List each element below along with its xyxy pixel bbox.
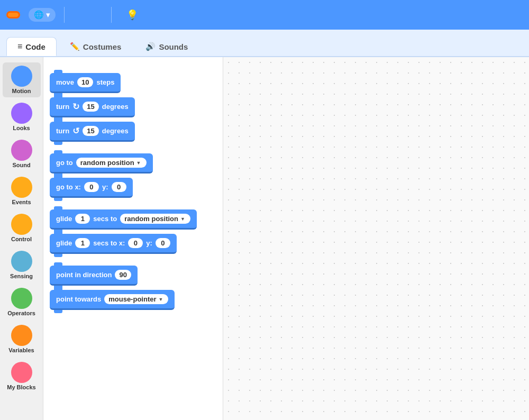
block-text: go to [56,159,73,167]
block-row-point-towards: point towardsmouse-pointer [50,290,216,310]
block-text: go to x: [56,183,81,191]
sidebar: MotionLooksSoundEventsControlSensingOper… [0,57,43,420]
sound-label: Sound [12,162,30,168]
block-point-towards[interactable]: point towardsmouse-pointer [50,290,175,310]
block-dropdown[interactable]: random position [120,214,190,224]
blocks-panel: move10stepsturn↻15degreesturn↺15degreesg… [43,57,223,420]
code-tab-icon: ≡ [17,42,22,51]
block-text: turn [56,103,69,111]
costumes-tab-label: Costumes [83,42,122,51]
block-dropdown[interactable]: mouse-pointer [104,294,168,304]
events-label: Events [12,199,31,205]
edit-menu-button[interactable] [92,12,103,18]
sounds-tab-icon: 🔊 [145,42,156,51]
block-text: glide [56,239,72,247]
tutorials-button[interactable]: 💡 [120,6,148,24]
block-row-turn-left: turn↺15degrees [50,122,216,142]
spacer-3 [50,146,216,153]
globe-icon: 🌐 [34,10,44,20]
code-tab-label: Code [25,42,45,51]
block-row-point-direction: point in direction90 [50,266,216,286]
lightbulb-icon: 💡 [126,9,138,21]
block-text: secs to x: [93,239,125,247]
myblocks-circle [11,362,32,383]
sensing-label: Sensing [10,273,33,279]
sidebar-item-variables[interactable]: Variables [3,322,41,357]
turn-icon: ↺ [72,126,79,136]
myblocks-label: My Blocks [7,384,35,390]
looks-circle [11,103,32,124]
tab-sounds[interactable]: 🔊 Sounds [134,37,199,56]
operators-label: Operators [7,310,35,316]
sidebar-item-events[interactable]: Events [3,174,41,208]
nav-divider-2 [111,7,112,23]
canvas-area[interactable] [223,57,529,420]
block-text: y: [146,239,152,247]
sidebar-item-sound[interactable]: Sound [3,136,41,171]
block-text: turn [56,127,69,135]
block-text: glide [56,215,72,223]
block-input-value[interactable]: 0 [156,238,170,248]
variables-label: Variables [8,347,34,353]
block-row-turn-right: turn↻15degrees [50,97,216,117]
sidebar-item-sensing[interactable]: Sensing [3,248,41,282]
block-move-steps[interactable]: move10steps [50,73,121,93]
motion-circle [11,66,32,87]
spacer-7 [50,258,216,266]
sidebar-item-looks[interactable]: Looks [3,99,41,134]
tab-code[interactable]: ≡ Code [6,37,57,56]
looks-label: Looks [13,125,30,131]
block-turn-left[interactable]: turn↺15degrees [50,122,135,142]
block-input-value[interactable]: 10 [77,77,93,87]
spacer-5 [50,202,216,209]
file-menu-button[interactable] [73,12,84,18]
operators-circle [11,288,32,309]
block-row-goto-random: go torandom position [50,153,216,174]
block-input-value[interactable]: 1 [75,214,90,224]
block-text: point towards [56,295,101,303]
block-glide-xy[interactable]: glide1secs to x:0y:0 [50,234,177,254]
block-row-glide-random: glide1secs torandom position [50,209,216,230]
tab-costumes[interactable]: ✏️ Costumes [59,37,133,56]
sounds-tab-label: Sounds [159,42,188,51]
block-text: point in direction [56,271,112,279]
sidebar-item-control[interactable]: Control [3,211,41,245]
sound-circle [11,140,32,161]
events-circle [11,177,32,198]
block-row-goto-xy: go to x:0y:0 [50,178,216,198]
turn-icon: ↻ [72,102,79,112]
block-text: secs to [93,215,117,223]
sensing-circle [11,251,32,272]
block-input-value[interactable]: 1 [75,238,90,248]
block-input-value[interactable]: 0 [112,182,126,192]
block-text: steps [96,78,114,86]
block-point-direction[interactable]: point in direction90 [50,266,138,286]
block-input-value[interactable]: 15 [83,102,98,112]
block-text: move [56,78,74,86]
block-turn-right[interactable]: turn↻15degrees [50,97,135,117]
block-row-move-steps: move10steps [50,73,216,93]
block-glide-random[interactable]: glide1secs torandom position [50,209,197,230]
main-area: MotionLooksSoundEventsControlSensingOper… [0,57,529,420]
block-input-value[interactable]: 0 [84,182,99,192]
block-text: y: [102,183,108,191]
sidebar-item-myblocks[interactable]: My Blocks [3,359,41,394]
variables-circle [11,325,32,346]
block-input-value[interactable]: 90 [115,270,131,280]
block-goto-random[interactable]: go torandom position [50,153,153,174]
sidebar-item-motion[interactable]: Motion [3,62,41,97]
block-goto-xy[interactable]: go to x:0y:0 [50,178,133,198]
nav-divider-1 [64,7,65,23]
navbar: 🌐 ▾ 💡 [0,0,529,30]
globe-button[interactable]: 🌐 ▾ [29,8,56,22]
block-dropdown[interactable]: random position [76,158,147,168]
block-input-value[interactable]: 15 [83,126,98,136]
block-text: degrees [102,103,129,111]
block-row-glide-xy: glide1secs to x:0y:0 [50,234,216,254]
sidebar-item-operators[interactable]: Operators [3,285,41,319]
control-circle [11,214,32,235]
block-text: degrees [102,127,129,135]
motion-label: Motion [12,88,31,94]
block-input-value[interactable]: 0 [128,238,143,248]
scratch-logo[interactable] [6,11,20,19]
